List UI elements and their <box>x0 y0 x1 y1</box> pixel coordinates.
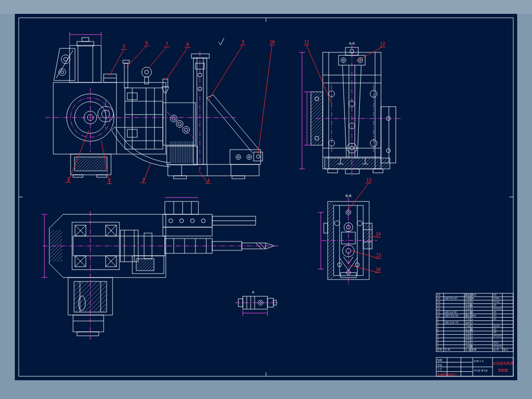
svg-text:2: 2 <box>437 341 439 344</box>
svg-text:名 称: 名 称 <box>465 348 471 351</box>
svg-text:钻套: 钻套 <box>465 300 470 303</box>
svg-text:45: 45 <box>494 331 496 334</box>
svg-text:2: 2 <box>472 300 473 303</box>
svg-text:螺母 M10: 螺母 M10 <box>465 293 476 296</box>
svg-text:底座: 底座 <box>465 334 470 337</box>
svg-text:3: 3 <box>437 338 439 341</box>
svg-text:工艺: 工艺 <box>437 368 442 371</box>
svg-text:2: 2 <box>472 331 473 334</box>
cad-viewer: { "sheet": { "bg_outer": "#8199ad", "bg_… <box>0 0 532 399</box>
svg-text:机械制造装备设计: 机械制造装备设计 <box>437 373 457 376</box>
svg-text:GB1154-79: GB1154-79 <box>445 321 458 324</box>
svg-text:护管: 护管 <box>465 338 470 341</box>
svg-text:Q235: Q235 <box>494 324 500 327</box>
svg-text:审核: 审核 <box>437 363 442 366</box>
svg-text:1: 1 <box>67 177 69 182</box>
svg-text:装配图: 装配图 <box>498 368 508 372</box>
svg-text:立柱: 立柱 <box>465 318 470 320</box>
svg-text:1: 1 <box>472 341 473 344</box>
svg-text:1: 1 <box>472 345 473 348</box>
svg-text:支架: 支架 <box>465 307 470 311</box>
svg-text:序号: 序号 <box>437 348 442 352</box>
svg-text:65Mn: 65Mn <box>494 297 500 300</box>
section-label-bb: B-B <box>345 194 351 198</box>
svg-text:1: 1 <box>472 304 473 307</box>
svg-text:10: 10 <box>269 40 274 44</box>
svg-text:7: 7 <box>165 41 168 46</box>
svg-text:11: 11 <box>437 311 440 314</box>
svg-text:45: 45 <box>494 293 496 296</box>
svg-text:1: 1 <box>472 334 473 337</box>
svg-text:材 料: 材 料 <box>493 348 499 352</box>
svg-text:45: 45 <box>494 304 496 307</box>
svg-text:HT200: HT200 <box>494 345 501 348</box>
detail-label: A <box>252 290 255 294</box>
svg-text:备注: 备注 <box>503 348 508 351</box>
svg-text:GB/T93-87: GB/T93-87 <box>445 297 458 300</box>
svg-text:GB5782-86: GB5782-86 <box>445 314 458 317</box>
svg-text:5: 5 <box>437 331 439 334</box>
svg-text:2: 2 <box>472 321 473 324</box>
svg-text:12: 12 <box>437 307 440 310</box>
drawing-canvas: A-A B-B A 12345678910111213141516 16螺母 M… <box>0 0 532 399</box>
svg-text:10: 10 <box>437 314 440 317</box>
svg-text:4: 4 <box>472 297 473 300</box>
svg-text:45: 45 <box>494 328 496 331</box>
svg-text:14: 14 <box>376 232 380 237</box>
svg-text:9: 9 <box>437 318 439 320</box>
svg-text:共1张 第1张: 共1张 第1张 <box>474 369 488 372</box>
svg-text:2: 2 <box>108 178 111 183</box>
svg-text:13: 13 <box>366 178 371 183</box>
svg-text:8: 8 <box>437 321 439 324</box>
svg-text:HT200: HT200 <box>494 334 501 337</box>
svg-text:T10A: T10A <box>493 300 500 303</box>
svg-text:8: 8 <box>186 42 189 47</box>
svg-text:手柄: 手柄 <box>465 324 470 328</box>
svg-text:1: 1 <box>472 324 473 327</box>
svg-text:3: 3 <box>142 177 144 182</box>
svg-text:1: 1 <box>437 345 439 348</box>
svg-text:GB119-86: GB119-86 <box>445 311 457 314</box>
svg-text:4: 4 <box>472 314 473 317</box>
svg-text:2: 2 <box>472 311 473 314</box>
viewer-top-strip <box>0 0 532 14</box>
svg-text:2: 2 <box>472 328 473 331</box>
svg-text:4: 4 <box>207 178 209 183</box>
svg-text:13: 13 <box>437 304 440 307</box>
svg-text:数量: 数量 <box>472 348 477 351</box>
svg-text:16: 16 <box>437 293 440 296</box>
svg-text:9: 9 <box>241 40 244 44</box>
svg-text:7: 7 <box>437 324 439 327</box>
svg-text:钻孔组合机床: 钻孔组合机床 <box>492 361 513 365</box>
svg-text:14: 14 <box>437 300 440 303</box>
svg-text:45: 45 <box>494 314 496 317</box>
svg-text:12: 12 <box>380 41 385 46</box>
svg-text:15: 15 <box>376 253 381 258</box>
svg-text:11: 11 <box>304 40 309 44</box>
svg-text:16: 16 <box>376 267 380 272</box>
svg-text:代 号: 代 号 <box>445 348 451 351</box>
svg-text:40Cr: 40Cr <box>494 341 500 344</box>
svg-text:HT200: HT200 <box>494 307 501 310</box>
svg-text:45: 45 <box>494 318 496 320</box>
svg-text:6: 6 <box>437 328 439 331</box>
svg-text:1: 1 <box>472 318 473 320</box>
svg-text:4: 4 <box>437 334 439 337</box>
section-label-side: A-A <box>349 41 355 45</box>
svg-text:45: 45 <box>494 311 496 314</box>
svg-text:油杯: 油杯 <box>465 321 470 324</box>
svg-text:4: 4 <box>472 293 473 296</box>
svg-text:制图: 制图 <box>437 359 442 362</box>
svg-text:1: 1 <box>472 338 473 341</box>
svg-text:5: 5 <box>122 44 125 49</box>
svg-text:15: 15 <box>437 297 440 300</box>
svg-text:6: 6 <box>145 40 148 45</box>
svg-text:压板: 压板 <box>465 331 470 334</box>
svg-text:1: 1 <box>472 307 473 310</box>
svg-text:比例 1:2: 比例 1:2 <box>474 359 484 363</box>
